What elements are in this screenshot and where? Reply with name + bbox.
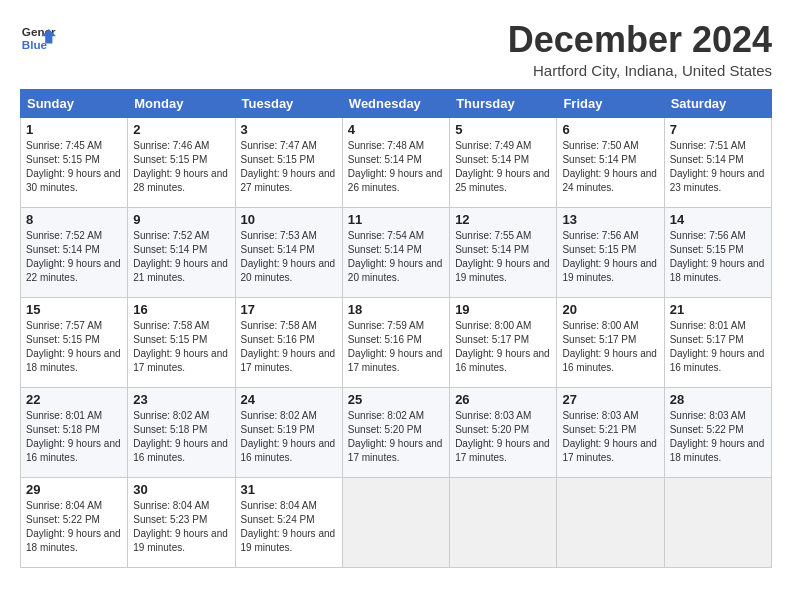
calendar-cell: 10Sunrise: 7:53 AM Sunset: 5:14 PM Dayli… <box>235 207 342 297</box>
calendar-cell: 23Sunrise: 8:02 AM Sunset: 5:18 PM Dayli… <box>128 387 235 477</box>
day-number: 11 <box>348 212 444 227</box>
day-info: Sunrise: 8:00 AM Sunset: 5:17 PM Dayligh… <box>455 319 551 375</box>
calendar-cell: 7Sunrise: 7:51 AM Sunset: 5:14 PM Daylig… <box>664 117 771 207</box>
day-number: 9 <box>133 212 229 227</box>
day-number: 10 <box>241 212 337 227</box>
weekday-tuesday: Tuesday <box>235 89 342 117</box>
day-number: 13 <box>562 212 658 227</box>
calendar-cell: 16Sunrise: 7:58 AM Sunset: 5:15 PM Dayli… <box>128 297 235 387</box>
calendar-week-1: 1Sunrise: 7:45 AM Sunset: 5:15 PM Daylig… <box>21 117 772 207</box>
day-info: Sunrise: 7:58 AM Sunset: 5:15 PM Dayligh… <box>133 319 229 375</box>
calendar-cell: 19Sunrise: 8:00 AM Sunset: 5:17 PM Dayli… <box>450 297 557 387</box>
day-info: Sunrise: 7:59 AM Sunset: 5:16 PM Dayligh… <box>348 319 444 375</box>
day-number: 2 <box>133 122 229 137</box>
calendar-cell <box>557 477 664 567</box>
day-number: 28 <box>670 392 766 407</box>
day-info: Sunrise: 7:51 AM Sunset: 5:14 PM Dayligh… <box>670 139 766 195</box>
day-number: 30 <box>133 482 229 497</box>
day-info: Sunrise: 8:02 AM Sunset: 5:19 PM Dayligh… <box>241 409 337 465</box>
day-info: Sunrise: 7:56 AM Sunset: 5:15 PM Dayligh… <box>670 229 766 285</box>
day-number: 5 <box>455 122 551 137</box>
calendar-cell: 6Sunrise: 7:50 AM Sunset: 5:14 PM Daylig… <box>557 117 664 207</box>
day-info: Sunrise: 7:54 AM Sunset: 5:14 PM Dayligh… <box>348 229 444 285</box>
calendar-cell: 25Sunrise: 8:02 AM Sunset: 5:20 PM Dayli… <box>342 387 449 477</box>
day-number: 25 <box>348 392 444 407</box>
day-number: 26 <box>455 392 551 407</box>
day-info: Sunrise: 7:50 AM Sunset: 5:14 PM Dayligh… <box>562 139 658 195</box>
day-number: 17 <box>241 302 337 317</box>
day-info: Sunrise: 8:03 AM Sunset: 5:21 PM Dayligh… <box>562 409 658 465</box>
day-number: 3 <box>241 122 337 137</box>
day-info: Sunrise: 7:55 AM Sunset: 5:14 PM Dayligh… <box>455 229 551 285</box>
day-number: 21 <box>670 302 766 317</box>
day-number: 22 <box>26 392 122 407</box>
day-number: 12 <box>455 212 551 227</box>
title-area: December 2024 Hartford City, Indiana, Un… <box>508 20 772 79</box>
calendar-cell <box>450 477 557 567</box>
calendar-cell: 20Sunrise: 8:00 AM Sunset: 5:17 PM Dayli… <box>557 297 664 387</box>
day-info: Sunrise: 8:03 AM Sunset: 5:22 PM Dayligh… <box>670 409 766 465</box>
day-number: 6 <box>562 122 658 137</box>
calendar-cell: 30Sunrise: 8:04 AM Sunset: 5:23 PM Dayli… <box>128 477 235 567</box>
day-info: Sunrise: 7:52 AM Sunset: 5:14 PM Dayligh… <box>133 229 229 285</box>
weekday-header-row: SundayMondayTuesdayWednesdayThursdayFrid… <box>21 89 772 117</box>
weekday-friday: Friday <box>557 89 664 117</box>
calendar-week-3: 15Sunrise: 7:57 AM Sunset: 5:15 PM Dayli… <box>21 297 772 387</box>
day-number: 7 <box>670 122 766 137</box>
day-info: Sunrise: 8:03 AM Sunset: 5:20 PM Dayligh… <box>455 409 551 465</box>
calendar-cell: 29Sunrise: 8:04 AM Sunset: 5:22 PM Dayli… <box>21 477 128 567</box>
day-number: 14 <box>670 212 766 227</box>
day-info: Sunrise: 7:47 AM Sunset: 5:15 PM Dayligh… <box>241 139 337 195</box>
day-number: 16 <box>133 302 229 317</box>
calendar-cell: 8Sunrise: 7:52 AM Sunset: 5:14 PM Daylig… <box>21 207 128 297</box>
day-number: 23 <box>133 392 229 407</box>
day-number: 27 <box>562 392 658 407</box>
day-info: Sunrise: 7:48 AM Sunset: 5:14 PM Dayligh… <box>348 139 444 195</box>
location: Hartford City, Indiana, United States <box>508 62 772 79</box>
day-number: 31 <box>241 482 337 497</box>
day-info: Sunrise: 7:46 AM Sunset: 5:15 PM Dayligh… <box>133 139 229 195</box>
day-info: Sunrise: 8:02 AM Sunset: 5:20 PM Dayligh… <box>348 409 444 465</box>
logo: General Blue <box>20 20 56 56</box>
day-info: Sunrise: 8:01 AM Sunset: 5:17 PM Dayligh… <box>670 319 766 375</box>
calendar-cell: 11Sunrise: 7:54 AM Sunset: 5:14 PM Dayli… <box>342 207 449 297</box>
calendar-cell: 15Sunrise: 7:57 AM Sunset: 5:15 PM Dayli… <box>21 297 128 387</box>
calendar-cell: 31Sunrise: 8:04 AM Sunset: 5:24 PM Dayli… <box>235 477 342 567</box>
calendar-cell: 9Sunrise: 7:52 AM Sunset: 5:14 PM Daylig… <box>128 207 235 297</box>
day-info: Sunrise: 7:49 AM Sunset: 5:14 PM Dayligh… <box>455 139 551 195</box>
day-number: 29 <box>26 482 122 497</box>
day-info: Sunrise: 8:01 AM Sunset: 5:18 PM Dayligh… <box>26 409 122 465</box>
calendar-cell: 21Sunrise: 8:01 AM Sunset: 5:17 PM Dayli… <box>664 297 771 387</box>
calendar-body: 1Sunrise: 7:45 AM Sunset: 5:15 PM Daylig… <box>21 117 772 567</box>
weekday-thursday: Thursday <box>450 89 557 117</box>
calendar-cell: 1Sunrise: 7:45 AM Sunset: 5:15 PM Daylig… <box>21 117 128 207</box>
calendar-cell: 24Sunrise: 8:02 AM Sunset: 5:19 PM Dayli… <box>235 387 342 477</box>
day-number: 19 <box>455 302 551 317</box>
calendar-week-2: 8Sunrise: 7:52 AM Sunset: 5:14 PM Daylig… <box>21 207 772 297</box>
weekday-sunday: Sunday <box>21 89 128 117</box>
day-info: Sunrise: 7:53 AM Sunset: 5:14 PM Dayligh… <box>241 229 337 285</box>
calendar-cell: 27Sunrise: 8:03 AM Sunset: 5:21 PM Dayli… <box>557 387 664 477</box>
day-info: Sunrise: 8:04 AM Sunset: 5:23 PM Dayligh… <box>133 499 229 555</box>
calendar-cell: 26Sunrise: 8:03 AM Sunset: 5:20 PM Dayli… <box>450 387 557 477</box>
calendar-cell <box>342 477 449 567</box>
calendar-week-4: 22Sunrise: 8:01 AM Sunset: 5:18 PM Dayli… <box>21 387 772 477</box>
calendar-cell: 17Sunrise: 7:58 AM Sunset: 5:16 PM Dayli… <box>235 297 342 387</box>
calendar-table: SundayMondayTuesdayWednesdayThursdayFrid… <box>20 89 772 568</box>
calendar-cell: 13Sunrise: 7:56 AM Sunset: 5:15 PM Dayli… <box>557 207 664 297</box>
calendar-cell: 28Sunrise: 8:03 AM Sunset: 5:22 PM Dayli… <box>664 387 771 477</box>
day-number: 4 <box>348 122 444 137</box>
day-info: Sunrise: 7:58 AM Sunset: 5:16 PM Dayligh… <box>241 319 337 375</box>
day-info: Sunrise: 8:04 AM Sunset: 5:22 PM Dayligh… <box>26 499 122 555</box>
day-number: 15 <box>26 302 122 317</box>
header: General Blue December 2024 Hartford City… <box>20 20 772 79</box>
weekday-monday: Monday <box>128 89 235 117</box>
calendar-cell: 2Sunrise: 7:46 AM Sunset: 5:15 PM Daylig… <box>128 117 235 207</box>
logo-icon: General Blue <box>20 20 56 56</box>
day-number: 24 <box>241 392 337 407</box>
day-info: Sunrise: 8:00 AM Sunset: 5:17 PM Dayligh… <box>562 319 658 375</box>
calendar-cell: 5Sunrise: 7:49 AM Sunset: 5:14 PM Daylig… <box>450 117 557 207</box>
calendar-cell: 14Sunrise: 7:56 AM Sunset: 5:15 PM Dayli… <box>664 207 771 297</box>
calendar-week-5: 29Sunrise: 8:04 AM Sunset: 5:22 PM Dayli… <box>21 477 772 567</box>
calendar-cell: 3Sunrise: 7:47 AM Sunset: 5:15 PM Daylig… <box>235 117 342 207</box>
